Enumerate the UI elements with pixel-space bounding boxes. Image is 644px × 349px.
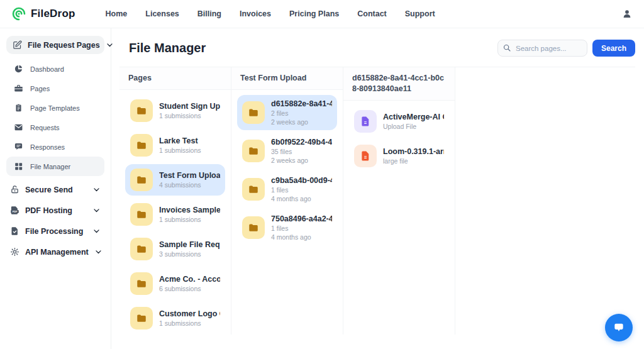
folder-icon bbox=[130, 238, 153, 260]
folder-icon bbox=[130, 169, 153, 191]
folder-icon bbox=[130, 99, 153, 122]
sidebar-item-page-templates[interactable]: Page Templates bbox=[6, 98, 104, 118]
folder-entry[interactable]: 6b0f9522-49b4-41...35 files2 weeks ago bbox=[237, 133, 337, 169]
chat-widget-button[interactable] bbox=[605, 314, 633, 341]
columns-empty-space bbox=[455, 67, 635, 335]
chevron-down-icon bbox=[94, 248, 103, 256]
user-icon[interactable] bbox=[621, 8, 633, 19]
column-submission-files: d615882e-8a41-4cc1-b0c8-80913840ae11 Act… bbox=[343, 67, 455, 335]
search-button[interactable]: Search bbox=[592, 40, 635, 57]
folder-entry[interactable]: Customer Logo Cre...1 submissions bbox=[125, 302, 225, 334]
file-icon-orange bbox=[354, 145, 377, 167]
folder-entry-selected[interactable]: d615882e-8a41-4c...2 files2 weeks ago bbox=[237, 95, 337, 130]
top-navbar: FileDrop Home Licenses Billing Invoices … bbox=[0, 0, 644, 28]
sidebar-group-file-processing[interactable]: File Processing bbox=[6, 221, 104, 241]
mail-icon bbox=[14, 123, 23, 132]
file-entry[interactable]: Loom-0.319.1-arm6...large file bbox=[349, 140, 449, 172]
pdf-icon bbox=[10, 206, 19, 215]
main-header: File Manager Search bbox=[111, 28, 644, 67]
sidebar-section-label: File Request Pages bbox=[28, 41, 100, 50]
file-columns: Pages Student Sign Up Page1 submissions … bbox=[119, 67, 635, 335]
sidebar-item-requests[interactable]: Requests bbox=[6, 118, 104, 137]
gear-icon bbox=[10, 247, 19, 257]
nav-link-pricing-plans[interactable]: Pricing Plans bbox=[289, 9, 339, 18]
folder-entry[interactable]: Sample File Request3 submissions bbox=[125, 233, 225, 265]
folder-entry[interactable]: 750a8496-a4a2-4d...1 files4 months ago bbox=[237, 210, 337, 245]
column-body: ActiveMerge-AI OC...Upload File Loom-0.3… bbox=[343, 101, 455, 335]
briefcase-icon bbox=[14, 84, 23, 93]
nav-link-licenses[interactable]: Licenses bbox=[145, 9, 179, 18]
folder-icon bbox=[242, 178, 265, 201]
folder-icon bbox=[242, 101, 265, 124]
folder-entry[interactable]: Student Sign Up Page1 submissions bbox=[125, 95, 225, 126]
file-entry[interactable]: ActiveMerge-AI OC...Upload File bbox=[349, 106, 449, 137]
nav-link-home[interactable]: Home bbox=[106, 9, 128, 18]
folder-icon bbox=[130, 134, 153, 157]
sidebar-item-dashboard[interactable]: Dashboard bbox=[6, 59, 104, 79]
column-header: Pages bbox=[119, 67, 231, 90]
folder-entry-selected[interactable]: Test Form Upload4 submissions bbox=[125, 164, 225, 196]
search-box bbox=[497, 40, 587, 57]
file-icon-purple bbox=[354, 110, 377, 133]
sidebar-item-file-manager[interactable]: File Manager bbox=[6, 157, 104, 176]
nav-link-invoices[interactable]: Invoices bbox=[240, 9, 271, 18]
grid-icon bbox=[14, 162, 23, 171]
folder-entry[interactable]: Larke Test1 submissions bbox=[125, 130, 225, 161]
sidebar-section-file-request-pages[interactable]: File Request Pages bbox=[6, 36, 104, 54]
folder-icon bbox=[130, 272, 153, 295]
sidebar-group-secure-send[interactable]: Secure Send bbox=[6, 180, 104, 199]
chevron-down-icon bbox=[92, 186, 101, 194]
nav-link-support[interactable]: Support bbox=[405, 9, 435, 18]
lock-icon bbox=[10, 185, 19, 194]
main-content: File Manager Search Pages Student Sign U… bbox=[111, 28, 644, 349]
column-body: d615882e-8a41-4c...2 files2 weeks ago 6b… bbox=[231, 90, 343, 335]
nav-links: Home Licenses Billing Invoices Pricing P… bbox=[106, 9, 435, 18]
folder-icon bbox=[242, 140, 265, 162]
folder-entry[interactable]: Invoices Sample Form1 submissions bbox=[125, 199, 225, 230]
folder-entry[interactable]: c9ba5a4b-00d9-4b...1 files4 months ago bbox=[237, 172, 337, 207]
column-header: Test Form Upload bbox=[231, 67, 343, 90]
chat-icon bbox=[14, 142, 23, 152]
nav-link-billing[interactable]: Billing bbox=[197, 9, 221, 18]
pie-chart-icon bbox=[14, 64, 23, 74]
folder-icon bbox=[242, 216, 265, 239]
column-body: Student Sign Up Page1 submissions Larke … bbox=[119, 90, 231, 335]
column-test-form-upload: Test Form Upload d615882e-8a41-4c...2 fi… bbox=[231, 67, 343, 335]
page-title: File Manager bbox=[129, 41, 206, 55]
chevron-down-icon bbox=[92, 206, 101, 214]
folder-icon bbox=[130, 203, 153, 226]
folder-icon bbox=[130, 307, 153, 330]
chat-bubble-icon bbox=[613, 321, 625, 334]
doc-check-icon bbox=[10, 226, 19, 236]
brand[interactable]: FileDrop bbox=[11, 6, 75, 21]
column-pages: Pages Student Sign Up Page1 submissions … bbox=[119, 67, 231, 335]
filedrop-logo-icon bbox=[11, 6, 26, 21]
sidebar-group-api-management[interactable]: API Management bbox=[6, 242, 104, 262]
sidebar-item-responses[interactable]: Responses bbox=[6, 137, 104, 157]
folder-entry[interactable]: Acme Co. - Account...6 submissions bbox=[125, 268, 225, 299]
brand-name: FileDrop bbox=[31, 8, 75, 20]
search-icon bbox=[502, 43, 511, 52]
sidebar-item-pages[interactable]: Pages bbox=[6, 79, 104, 98]
chevron-down-icon bbox=[92, 227, 101, 235]
sidebar-group-pdf-hosting[interactable]: PDF Hosting bbox=[6, 201, 104, 220]
column-header: d615882e-8a41-4cc1-b0c8-80913840ae11 bbox=[343, 67, 455, 101]
sidebar-items: Dashboard Pages Page Templates Requests … bbox=[6, 59, 104, 176]
clipboard-icon bbox=[14, 103, 23, 113]
nav-link-contact[interactable]: Contact bbox=[357, 9, 387, 18]
edit-page-icon bbox=[13, 40, 22, 50]
sidebar: File Request Pages Dashboard Pages Page … bbox=[0, 28, 111, 349]
